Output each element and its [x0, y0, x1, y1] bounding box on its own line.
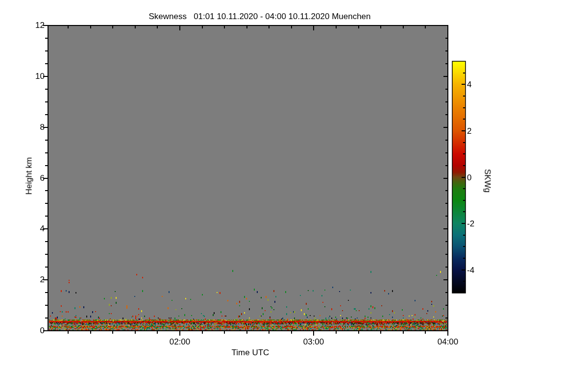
- y-tick-label-12: 12: [35, 21, 45, 29]
- skewness-quicklook-figure: Skewness 01:01 10.11.2020 - 04:00 10.11.…: [0, 0, 588, 392]
- y-tick-label-4: 4: [40, 224, 45, 233]
- x-tick-label-04:00: 04:00: [438, 338, 459, 346]
- colorbar-tick-label-0: 0: [467, 173, 471, 182]
- colorbar-tick-label--2: -2: [467, 220, 474, 228]
- x-axis-label: Time UTC: [232, 348, 270, 357]
- y-axis-label: Height km: [25, 157, 33, 195]
- y-tick-label-6: 6: [40, 174, 45, 182]
- x-tick-label-03:00: 03:00: [303, 338, 324, 346]
- y-tick-label-8: 8: [40, 123, 45, 131]
- colorbar-tick-label-4: 4: [467, 80, 471, 89]
- colorbar-tick-label--4: -4: [467, 266, 474, 274]
- chart-title: Skewness 01:01 10.11.2020 - 04:00 10.11.…: [148, 12, 370, 21]
- y-tick-label-2: 2: [40, 275, 45, 284]
- y-tick-label-10: 10: [35, 72, 45, 80]
- y-tick-label-0: 0: [40, 326, 45, 335]
- x-tick-label-02:00: 02:00: [170, 338, 191, 346]
- colorbar-label: SKWg: [484, 169, 492, 193]
- colorbar-tick-label-2: 2: [467, 127, 471, 135]
- heatmap-canvas: [0, 0, 588, 392]
